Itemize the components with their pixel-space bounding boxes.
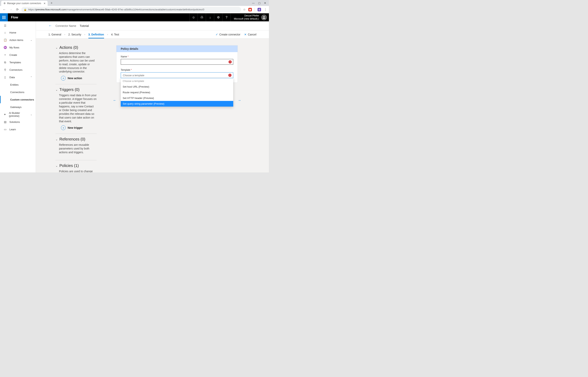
menu-toggle-icon[interactable]: ☰ bbox=[0, 23, 36, 29]
close-window-icon[interactable]: ✕ bbox=[264, 1, 266, 4]
chevron-down-icon: ⌄ bbox=[56, 46, 58, 49]
minimize-icon[interactable]: — bbox=[252, 1, 255, 4]
references-title: References (0) bbox=[59, 137, 85, 141]
sidebar-item-templates[interactable]: ⧉Templates bbox=[0, 59, 36, 66]
back-button[interactable]: ← bbox=[48, 24, 52, 28]
chevron-right-icon: › bbox=[84, 33, 85, 36]
app-name[interactable]: Flow bbox=[11, 16, 18, 19]
policy-name-input[interactable] bbox=[121, 59, 233, 65]
data-icon: ▯ bbox=[3, 76, 7, 79]
new-trigger-button[interactable]: ＋New trigger bbox=[61, 125, 97, 130]
sidebar-item-action-items[interactable]: 📋Action items⌄ bbox=[0, 36, 36, 44]
settings-icon[interactable]: ⚙ bbox=[214, 13, 222, 21]
solutions-icon: ▤ bbox=[3, 120, 7, 123]
template-dropdown-list: Choose a template Set host URL (Preview)… bbox=[121, 78, 233, 106]
maximize-icon[interactable]: ▢ bbox=[258, 1, 260, 4]
template-selected: Choose a template bbox=[123, 74, 144, 77]
references-description: References are reusable parameters used … bbox=[59, 143, 97, 154]
name-label: Name * bbox=[121, 55, 233, 58]
policies-title: Policies (1) bbox=[59, 164, 79, 168]
step-test[interactable]: 4. Test bbox=[111, 33, 119, 36]
template-option[interactable]: Route request (Preview) bbox=[121, 90, 233, 95]
sidebar-item-my-flows[interactable]: ♒My flows bbox=[0, 44, 36, 51]
sidebar-item-connectors[interactable]: ⚲Connectors bbox=[0, 66, 36, 73]
sidebar-item-home[interactable]: ⌂Home bbox=[0, 29, 36, 36]
feedback-icon[interactable]: ☺ bbox=[189, 13, 198, 21]
app-launcher-icon[interactable] bbox=[0, 13, 8, 21]
policies-toggle[interactable]: ⌄Policies (1) bbox=[56, 164, 97, 168]
panel-next-icon[interactable]: → bbox=[237, 98, 241, 103]
template-option[interactable]: Set HTTP header (Preview) bbox=[121, 95, 233, 101]
references-toggle[interactable]: ⌄References (0) bbox=[56, 137, 97, 141]
home-icon: ⌂ bbox=[3, 31, 7, 34]
back-icon[interactable]: ← bbox=[2, 7, 7, 12]
tab-title: Manage your custom connectors bbox=[7, 2, 41, 5]
chevron-up-icon: ⌃ bbox=[30, 76, 32, 79]
panel-prev-icon[interactable]: ← bbox=[113, 98, 117, 103]
address-bar[interactable]: 🔒 https://preview.flow.microsoft.com/man… bbox=[21, 7, 241, 12]
url-text: https://preview.flow.microsoft.com/manag… bbox=[28, 8, 239, 11]
sidebar-item-gateways[interactable]: Gateways bbox=[0, 103, 36, 111]
user-name: Denzel Pfeifer bbox=[234, 14, 259, 17]
sidebar-item-solutions[interactable]: ▤Solutions bbox=[0, 118, 36, 126]
forward-icon: → bbox=[9, 7, 13, 12]
sidebar-item-data[interactable]: ▯Data⌃ bbox=[0, 73, 36, 81]
lock-icon: 🔒 bbox=[24, 8, 27, 11]
bookmark-icon[interactable]: ☆ bbox=[243, 8, 246, 11]
step-definition[interactable]: 3. Definition bbox=[88, 33, 104, 36]
template-option[interactable]: Set host URL (Preview) bbox=[121, 84, 233, 90]
notifications-icon[interactable] bbox=[198, 13, 206, 21]
connector-name-value: Tutorial bbox=[80, 24, 89, 27]
new-tab-button[interactable]: ＋ bbox=[48, 1, 55, 5]
download-icon[interactable]: ↓ bbox=[206, 13, 214, 21]
triggers-toggle[interactable]: ⌄Triggers (0) bbox=[56, 87, 97, 92]
actions-toggle[interactable]: ⌄Actions (0) bbox=[56, 45, 97, 50]
plus-circle-icon: ＋ bbox=[61, 125, 66, 130]
triggers-title: Triggers (0) bbox=[59, 87, 80, 92]
step-general[interactable]: 1. General bbox=[48, 33, 61, 36]
svg-point-0 bbox=[263, 16, 265, 17]
template-label: Template * bbox=[121, 69, 233, 71]
chevron-down-icon: ⌄ bbox=[56, 164, 58, 167]
step-security[interactable]: 2. Security bbox=[68, 33, 81, 36]
create-connector-button[interactable]: ✓Create connector bbox=[216, 33, 240, 36]
extension-icon-1[interactable]: ◆ bbox=[248, 8, 252, 11]
new-action-button[interactable]: ＋New action bbox=[61, 76, 97, 81]
sidebar-item-custom-connectors[interactable]: Custom connectors bbox=[0, 96, 36, 103]
actions-title: Actions (0) bbox=[59, 45, 78, 50]
sidebar-item-ai-builder[interactable]: ✦AI Builder (preview)⌄ bbox=[0, 111, 36, 118]
plus-circle-icon: ＋ bbox=[61, 76, 66, 81]
profile-icon[interactable]: d bbox=[258, 8, 261, 11]
chevron-down-icon: ⌄ bbox=[56, 88, 58, 91]
actions-description: Actions determine the operations that us… bbox=[59, 51, 97, 73]
check-icon: ✓ bbox=[216, 33, 218, 36]
flow-icon: ♒ bbox=[3, 46, 7, 49]
sidebar: ☰ ⌂Home 📋Action items⌄ ♒My flows ＋Create… bbox=[0, 21, 36, 172]
browser-menu-icon[interactable]: ⋮ bbox=[264, 8, 267, 11]
cancel-button[interactable]: ✕Cancel bbox=[244, 33, 256, 36]
chevron-down-icon: ⌄ bbox=[56, 138, 58, 141]
plus-icon: ＋ bbox=[3, 53, 7, 57]
chevron-down-icon: ⌄ bbox=[30, 113, 32, 116]
browser-tab[interactable]: ⚙ Manage your custom connectors ✕ bbox=[1, 1, 48, 6]
error-icon: ! bbox=[229, 60, 232, 63]
template-option[interactable]: Set query string parameter (Preview) bbox=[121, 101, 233, 106]
sidebar-item-learn[interactable]: ▭Learn bbox=[0, 126, 36, 133]
policy-panel: ← → Policy details Name * ! Template * bbox=[116, 45, 238, 83]
triggers-description: Triggers read data in from your connecto… bbox=[59, 94, 97, 123]
ai-icon: ✦ bbox=[3, 113, 6, 116]
template-dropdown[interactable]: Choose a template ! Choose a template Se… bbox=[121, 72, 233, 78]
sidebar-item-create[interactable]: ＋Create bbox=[0, 51, 36, 59]
user-menu[interactable]: Denzel Pfeifer Microsoft (new default) ( bbox=[231, 13, 269, 21]
error-icon: ! bbox=[228, 74, 232, 77]
sidebar-item-entities[interactable]: Entities bbox=[0, 81, 36, 88]
favicon-icon: ⚙ bbox=[3, 2, 6, 5]
reload-icon[interactable]: ⟳ bbox=[15, 7, 19, 12]
help-icon[interactable]: ? bbox=[222, 13, 231, 21]
close-tab-icon[interactable]: ✕ bbox=[44, 2, 46, 5]
connector-icon: ⚲ bbox=[3, 68, 7, 71]
clipboard-icon: 📋 bbox=[3, 38, 7, 42]
template-option[interactable]: Choose a template bbox=[121, 78, 233, 84]
sidebar-item-connections[interactable]: Connections bbox=[0, 88, 36, 96]
chevron-right-icon: › bbox=[64, 33, 65, 36]
